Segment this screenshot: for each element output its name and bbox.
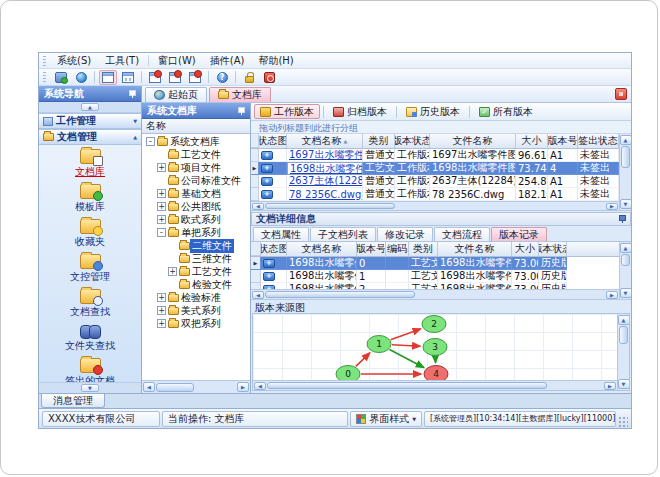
expand-expander-icon[interactable]: +	[157, 319, 166, 328]
version-filter-0[interactable]: 工作版本	[254, 104, 320, 119]
pin-icon[interactable]	[237, 107, 245, 115]
expand-expander-icon[interactable]: +	[157, 293, 166, 302]
collapse-expander-icon[interactable]: -	[157, 228, 166, 237]
tree-item-7[interactable]: -单把系列	[142, 226, 250, 239]
graph-hscrollbar[interactable]: ◀ ▶	[253, 380, 617, 390]
toolbar-button-3[interactable]	[99, 70, 117, 85]
tree-item-10[interactable]: +工艺文件	[142, 265, 250, 278]
tree-item-11[interactable]: 检验文件	[142, 278, 250, 291]
table-row-0[interactable]: 1697出水嘴零件图.dwg普通文档工作版本1697出水嘴零件图.dwg96.6…	[251, 149, 619, 162]
tree-item-14[interactable]: +双把系列	[142, 317, 250, 330]
close-icon[interactable]	[615, 88, 627, 100]
toolbar-button-7[interactable]	[166, 70, 184, 85]
column-header-4[interactable]: 文件名称	[430, 134, 516, 148]
tab-0[interactable]: 起始页	[145, 87, 207, 102]
detail-tab-0[interactable]: 文档属性	[253, 227, 309, 241]
tree-item-6[interactable]: +欧式系列	[142, 213, 250, 226]
scroll-left-icon[interactable]: ◀	[143, 382, 155, 392]
scroll-thumb[interactable]	[156, 383, 194, 392]
tree-item-8[interactable]: 二维文件	[142, 239, 250, 252]
version-grid-hscrollbar[interactable]: ◀ ▶	[251, 289, 619, 299]
chevron-down-icon[interactable]: ▼	[133, 118, 137, 124]
document-grid-hscrollbar[interactable]: ◀ ▶	[251, 201, 619, 210]
expand-expander-icon[interactable]: +	[157, 163, 166, 172]
column-header-6[interactable]: 版本号	[548, 134, 578, 148]
column-header-3[interactable]: 编码	[386, 242, 409, 256]
toolbar-button-10[interactable]	[213, 70, 231, 85]
sidebar-item-2[interactable]: 收藏夹	[39, 217, 141, 252]
tree-item-4[interactable]: +基础文档	[142, 187, 250, 200]
scroll-up-icon[interactable]: ▲	[620, 135, 632, 145]
version-filter-1[interactable]: 归档版本	[327, 104, 393, 119]
toolbar-button-6[interactable]	[146, 70, 164, 85]
menubar-grip-handle[interactable]	[43, 56, 46, 66]
scroll-down-icon[interactable]: ▼	[620, 288, 632, 298]
sidebar-item-3[interactable]: 文控管理	[39, 252, 141, 287]
menu-item-0[interactable]: 系统(S)	[50, 53, 98, 69]
scroll-up-icon[interactable]: ▲	[81, 103, 99, 111]
expand-expander-icon[interactable]: +	[157, 202, 166, 211]
column-header-1[interactable]: 文档名称▲	[287, 134, 363, 148]
tree-item-9[interactable]: 三维文件	[142, 252, 250, 265]
interface-style-button[interactable]: 界面样式 ▼	[350, 411, 422, 427]
scroll-thumb[interactable]	[265, 291, 415, 298]
version-filter-2[interactable]: 历史版本	[400, 104, 466, 119]
column-header-4[interactable]: 类别	[409, 242, 438, 256]
chevron-up-icon[interactable]: ▲	[133, 134, 137, 140]
tree-hscrollbar[interactable]: ◀ ▶	[142, 380, 250, 393]
column-header-2[interactable]: 类别	[363, 134, 395, 148]
scroll-thumb[interactable]	[265, 203, 395, 209]
graph-vscrollbar[interactable]: ▲ ▼	[617, 314, 629, 390]
document-grid-vscrollbar[interactable]: ▲ ▼	[619, 134, 631, 210]
column-header-0[interactable]: 状态图	[259, 134, 287, 148]
tree-item-13[interactable]: +美式系列	[142, 304, 250, 317]
scroll-up-icon[interactable]: ▲	[618, 315, 630, 325]
tree-item-0[interactable]: -系统文档库	[142, 135, 250, 148]
column-header-1[interactable]: 文档名称	[287, 242, 357, 256]
table-row-1[interactable]: 1698出水嘴零件图.dwg1工艺文件1698出水嘴零件图.dwg73.00KB…	[251, 270, 619, 283]
scroll-left-icon[interactable]: ◀	[254, 382, 266, 390]
column-header-7[interactable]: 签出状态	[578, 134, 619, 148]
sidebar-panel-work[interactable]: 工作管理 ▼	[39, 113, 141, 129]
scroll-thumb[interactable]	[621, 146, 630, 168]
tree-item-5[interactable]: +公共图纸	[142, 200, 250, 213]
tree-item-12[interactable]: +检验标准	[142, 291, 250, 304]
tab-message-management[interactable]: 消息管理	[41, 394, 105, 408]
tree-column-header[interactable]: 名称	[142, 119, 250, 134]
scroll-down-icon[interactable]: ▼	[620, 199, 632, 209]
version-filter-3[interactable]: 所有版本	[473, 104, 539, 119]
detail-tab-1[interactable]: 子文档列表	[310, 227, 376, 241]
expand-expander-icon[interactable]: +	[168, 267, 177, 276]
scroll-up-icon[interactable]: ▲	[620, 243, 632, 253]
tab-1[interactable]: 文档库	[209, 87, 271, 102]
scroll-right-icon[interactable]: ▶	[606, 291, 618, 299]
version-graph-canvas[interactable]: 01234	[253, 314, 617, 380]
collapse-expander-icon[interactable]: -	[146, 137, 155, 146]
column-header-0[interactable]: 状态图	[261, 242, 287, 256]
expand-expander-icon[interactable]: +	[157, 189, 166, 198]
sidebar-item-1[interactable]: 模板库	[39, 182, 141, 217]
sidebar-panel-documents[interactable]: 文档管理 ▲	[39, 129, 141, 145]
column-header-7[interactable]: 版本状态	[539, 242, 567, 256]
pin-icon[interactable]	[128, 90, 136, 98]
menu-item-4[interactable]: 帮助(H)	[251, 53, 300, 69]
expand-expander-icon[interactable]: +	[157, 306, 166, 315]
toolbar-grip-handle[interactable]	[43, 72, 46, 82]
toolbar-button-8[interactable]	[186, 70, 204, 85]
menu-item-1[interactable]: 工具(T)	[98, 53, 146, 69]
scroll-thumb[interactable]	[621, 254, 630, 266]
scroll-thumb[interactable]	[619, 326, 628, 344]
column-header-5[interactable]: 文件名称	[438, 242, 512, 256]
scroll-right-icon[interactable]: ▶	[606, 203, 618, 210]
detail-tab-2[interactable]: 修改记录	[377, 227, 433, 241]
scroll-right-icon[interactable]: ▶	[604, 382, 616, 390]
toolbar-button-1[interactable]	[72, 70, 90, 85]
column-header-5[interactable]: 大小	[516, 134, 548, 148]
expand-expander-icon[interactable]: +	[157, 215, 166, 224]
column-header-6[interactable]: 大小	[512, 242, 539, 256]
column-header-3[interactable]: 版本状态	[395, 134, 430, 148]
table-row-0[interactable]: ▶1698出水嘴零件图.dwg0工艺文件1698出水嘴零件图.dwg73.00K…	[251, 257, 619, 270]
sidebar-item-0[interactable]: 文档库	[39, 147, 141, 182]
table-row-2[interactable]: 2637主体(12284).dwg普通文档工作版本2637主体(12284).d…	[251, 175, 619, 188]
scroll-left-icon[interactable]: ◀	[252, 291, 264, 299]
